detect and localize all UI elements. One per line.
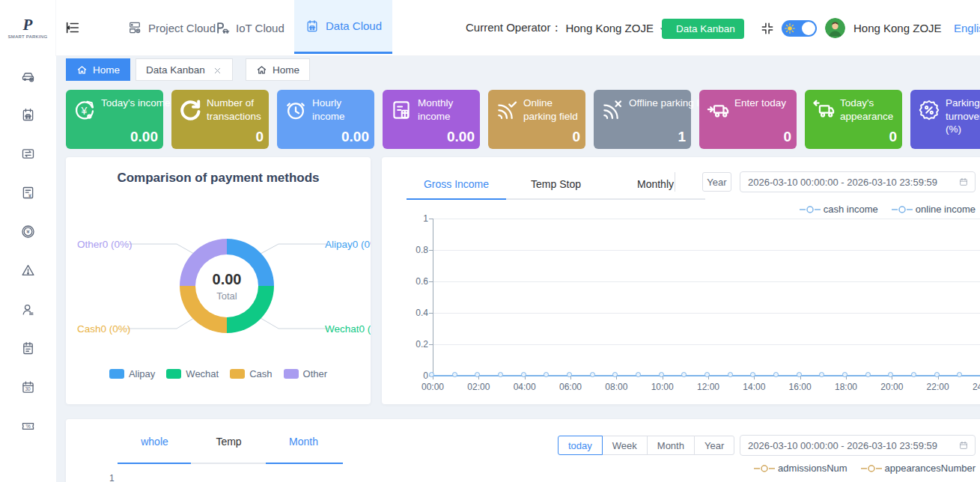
- wifi-x-icon: [600, 98, 624, 122]
- stat-card-badge-percent: Parking turnover rate (%)0: [910, 90, 980, 149]
- x-tick-label: 12:00: [690, 382, 727, 392]
- data-point-marker: [636, 372, 641, 377]
- legend-item-cash[interactable]: Cash: [230, 368, 272, 379]
- stat-card-value: 0: [255, 129, 264, 145]
- data-point-marker: [911, 372, 916, 377]
- gridline: [433, 250, 980, 251]
- data-cloud-icon: [305, 19, 320, 34]
- pie-label-alipay: Alipay0 (0%): [325, 239, 371, 250]
- data-kanban-button[interactable]: Data Kanban: [662, 19, 744, 39]
- sidebar-item-invoice-yen[interactable]: ¥: [0, 173, 56, 212]
- legend-item-appearancesNumber[interactable]: appearancesNumber: [861, 463, 976, 474]
- coin-yen-icon: ¥: [20, 224, 36, 240]
- close-icon[interactable]: [213, 65, 222, 75]
- stat-card-label: Today's appearance: [840, 97, 900, 123]
- traffic-tab-temp[interactable]: Temp: [190, 428, 267, 455]
- stat-card-label: Online parking field: [523, 97, 583, 123]
- tab-underline: [191, 463, 266, 464]
- svg-text:%: %: [26, 424, 31, 429]
- x-tick-label: 08:00: [597, 382, 635, 392]
- sidebar-item-calendar-30[interactable]: 30: [0, 367, 56, 406]
- y-tick-label: 0.4: [397, 308, 428, 318]
- legend-label: Other: [303, 368, 328, 379]
- range-button-week[interactable]: Week: [602, 436, 648, 455]
- nav-item-data-cloud[interactable]: Data Cloud: [294, 0, 392, 54]
- sidebar-item-warning-triangle[interactable]: [0, 251, 56, 290]
- home-icon: [256, 64, 267, 76]
- data-point-marker: [704, 372, 710, 377]
- pie-legend: AlipayWechatCashOther: [66, 368, 371, 379]
- toggle-knob: [802, 22, 815, 35]
- legend-label: admissionsNum: [778, 463, 847, 474]
- y-axis-label: 1: [109, 473, 115, 482]
- logo-text: SMART PARKING: [8, 34, 48, 39]
- operator-label: Current Operator：: [466, 21, 561, 35]
- open-tab-home[interactable]: Home: [66, 58, 130, 81]
- donut-total-value: 0.00: [213, 271, 242, 288]
- operator-value: Hong Kong ZOJE: [565, 22, 654, 34]
- y-axis-line: [433, 219, 433, 376]
- range-button-year[interactable]: Year: [694, 436, 734, 455]
- donut-center: 0.00 Total: [195, 254, 258, 317]
- stat-card-wifi-x: Offline parking lot1: [594, 90, 691, 149]
- stat-card-value: 0: [889, 129, 897, 145]
- sidebar-item-person[interactable]: [0, 290, 56, 329]
- stat-card-wifi-check: Online parking field0: [488, 90, 585, 149]
- calendar-30-icon: 30: [20, 379, 36, 395]
- sidebar-item-coin-yen[interactable]: ¥: [0, 212, 56, 251]
- legend-item-wechat[interactable]: Wechat: [166, 368, 219, 379]
- stat-card-truck-in: Enter today0: [699, 90, 797, 149]
- stat-card-label: Hourly income: [312, 97, 372, 123]
- legend-label: Cash: [249, 368, 272, 379]
- data-point-marker: [429, 372, 434, 377]
- open-tab-home[interactable]: Home: [246, 58, 310, 81]
- open-tab-data-kanban[interactable]: Data Kanban: [136, 58, 233, 81]
- current-operator-dropdown[interactable]: Current Operator： Hong Kong ZOJE: [466, 0, 668, 56]
- x-tick-label: 18:00: [827, 382, 865, 392]
- project-cloud-icon: [127, 20, 142, 35]
- stat-card-truck-out: Today's appearance0: [805, 90, 902, 149]
- avatar[interactable]: [825, 18, 845, 38]
- range-button-month[interactable]: Month: [647, 436, 695, 455]
- fullscreen-icon[interactable]: [760, 21, 775, 36]
- svg-text:¥: ¥: [80, 105, 87, 117]
- legend-item-admissionsNum[interactable]: admissionsNum: [754, 463, 847, 474]
- x-tick-label: 10:00: [644, 382, 681, 392]
- data-point-marker: [567, 372, 572, 377]
- calendar-icon: [958, 440, 969, 451]
- tab-label: Data Kanban: [146, 64, 205, 76]
- theme-toggle[interactable]: [782, 20, 817, 37]
- sidebar-item-car-gear[interactable]: [0, 56, 56, 95]
- pie-label-cash: Cash0 (0%): [77, 323, 130, 335]
- menu-fold-icon[interactable]: [64, 19, 81, 36]
- y-tick-label: 1: [397, 213, 428, 224]
- ticket-percent-icon: %: [20, 418, 36, 434]
- sidebar-item-clipboard-car[interactable]: [0, 95, 56, 134]
- stat-card-label: Number of transactions: [207, 97, 267, 123]
- traffic-date-range-picker[interactable]: 2026-03-10 00:00:00 - 2026-03-10 23:59:5…: [740, 435, 976, 456]
- data-point-marker: [659, 372, 664, 377]
- legend-item-other[interactable]: Other: [284, 368, 328, 379]
- notebook-icon: [20, 341, 36, 356]
- sidebar-item-ticket-percent[interactable]: %: [0, 406, 56, 445]
- legend-item-alipay[interactable]: Alipay: [109, 368, 155, 379]
- legend-swatch: [166, 369, 181, 379]
- car-gear-icon: [20, 68, 36, 84]
- legend-swatch: [109, 369, 124, 379]
- traffic-tab-month[interactable]: Month: [265, 428, 342, 455]
- sidebar-item-notebook[interactable]: [0, 329, 56, 367]
- data-point-marker: [797, 372, 802, 377]
- data-point-marker: [498, 372, 503, 377]
- x-tick-label: 00:00: [414, 382, 451, 392]
- stat-card-value: 0: [783, 129, 791, 145]
- range-button-today[interactable]: today: [558, 436, 603, 455]
- nav-item-iot-cloud[interactable]: IoT Cloud: [204, 0, 295, 55]
- stat-card-value: 0.00: [447, 129, 475, 145]
- data-point-marker: [842, 372, 847, 377]
- sidebar-item-transfer-arrows[interactable]: [0, 134, 56, 173]
- stat-card-refresh-yen: ¥Today's income ()0.00: [66, 90, 163, 149]
- traffic-tab-whole[interactable]: whole: [116, 428, 193, 455]
- gridline: [433, 344, 980, 345]
- svg-text:¥: ¥: [28, 193, 31, 198]
- language-link[interactable]: English: [954, 0, 980, 56]
